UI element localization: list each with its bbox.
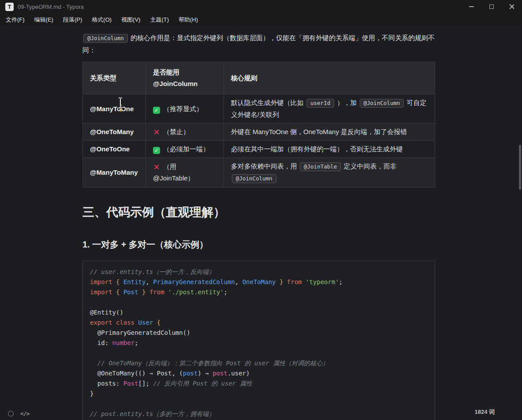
- flag-cell[interactable]: （推荐显式）: [145, 94, 224, 124]
- scrollbar-thumb[interactable]: [519, 145, 521, 190]
- code-line: // OneToMany（反向端）：第二个参数指向 Post 的 user 属性…: [90, 358, 428, 368]
- code-line: [90, 297, 428, 308]
- inline-code-chip: @JoinColumn: [83, 34, 128, 43]
- inline-code-chip: userId: [306, 99, 334, 108]
- code-line: import { Entity, PrimaryGeneratedColumn,…: [90, 277, 428, 287]
- flag-label: （推荐显式）: [163, 105, 203, 112]
- menu-bar: 文件(F) 编辑(E) 段落(P) 格式(O) 视图(V) 主题(T) 帮助(H…: [0, 13, 522, 26]
- relation-cell[interactable]: @ManyToMany: [83, 158, 146, 188]
- rule-cell[interactable]: 必须在其中一端加（拥有外键的一端），否则无法生成外键: [224, 141, 435, 158]
- joincolumn-rules-table: 关系类型 是否能用 @JoinColumn 核心规则 @ManyToOne （推…: [82, 62, 435, 188]
- typora-window: T 09-TypeORM.md - Typora 文件(F) 编辑(E) 段落(…: [0, 0, 522, 26]
- rule-cell[interactable]: 默认隐式生成外键（比如 userId ），加 @JoinColumn 可自定义外…: [224, 94, 435, 124]
- flag-cell[interactable]: （必须加一端）: [145, 141, 224, 158]
- menu-item-help[interactable]: 帮助(H): [174, 14, 203, 26]
- flag-label: （禁止）: [163, 128, 190, 135]
- table-row-onetomany: @OneToMany （禁止） 外键在 ManyToOne 侧，OneToMan…: [83, 124, 435, 141]
- code-line: @OneToMany(() ⇒ Post, (post) ⇒ post.user…: [90, 368, 428, 379]
- close-icon: [509, 4, 515, 9]
- relation-cell[interactable]: @OneToMany: [83, 124, 146, 141]
- code-block[interactable]: // user.entity.ts（一的一方，反向端）import { Enti…: [82, 261, 435, 420]
- inline-code-chip: @JoinTable: [300, 162, 341, 171]
- inline-code-chip: @JoinColumn: [360, 99, 404, 108]
- menu-item-edit[interactable]: 编辑(E): [30, 14, 58, 26]
- code-line: // user.entity.ts（一的一方，反向端）: [90, 267, 428, 277]
- close-button[interactable]: [502, 0, 522, 13]
- flag-label: （必须加一端）: [163, 145, 209, 153]
- inline-code-chip: @JoinColumn: [232, 174, 276, 183]
- header-line1: 是否能用: [153, 67, 216, 78]
- rule-cell[interactable]: 多对多依赖中间表，用 @JoinTable 定义中间表，而非 @JoinColu…: [224, 158, 435, 188]
- code-line: id: number;: [90, 338, 428, 348]
- header-core-rule[interactable]: 核心规则: [224, 62, 435, 94]
- menu-item-view[interactable]: 视图(V): [116, 14, 145, 26]
- source-code-mode-icon[interactable]: </>: [20, 410, 29, 417]
- table-row-onetoone: @OneToOne （必须加一端） 必须在其中一端加（拥有外键的一端），否则无法…: [83, 141, 435, 158]
- word-count: 1824 词: [474, 408, 495, 416]
- cross-icon: [153, 164, 160, 171]
- code-line: @PrimaryGeneratedColumn(): [90, 328, 428, 338]
- title-bar: T 09-TypeORM.md - Typora: [0, 0, 522, 13]
- menu-item-paragraph[interactable]: 段落(P): [58, 14, 87, 26]
- header-can-use-joincolumn[interactable]: 是否能用 @JoinColumn: [145, 62, 224, 94]
- flag-cell[interactable]: （用 @JoinTable）: [145, 158, 224, 188]
- header-relation-type[interactable]: 关系类型: [83, 62, 146, 94]
- table-row-manytoone: @ManyToOne （推荐显式） 默认隐式生成外键（比如 userId ），加…: [83, 94, 435, 124]
- menu-item-file[interactable]: 文件(F): [1, 14, 30, 26]
- code-line: // post.entity.ts（多的一方，拥有端）: [90, 409, 428, 419]
- cross-icon: [153, 129, 160, 136]
- minimize-icon: [469, 6, 474, 7]
- menu-item-theme[interactable]: 主题(T): [145, 14, 174, 26]
- window-title: 09-TypeORM.md - Typora: [18, 4, 84, 10]
- footer-left: </>: [8, 410, 29, 417]
- typora-logo-icon: T: [5, 3, 14, 11]
- code-line: posts: Post[]; // 反向引用 Post 的 user 属性: [90, 379, 428, 389]
- code-line: }: [90, 389, 428, 399]
- flag-cell[interactable]: （禁止）: [145, 124, 224, 141]
- maximize-icon: [489, 4, 494, 9]
- check-icon: [153, 107, 160, 114]
- code-line: [90, 399, 428, 409]
- header-line2: @JoinColumn: [153, 78, 216, 90]
- code-line: @Entity(): [90, 308, 428, 318]
- rule-cell[interactable]: 外键在 ManyToOne 侧，OneToMany 是反向端，加了会报错: [224, 124, 435, 141]
- check-icon: [153, 147, 160, 154]
- subsection-heading[interactable]: 1. 一对多 + 多对一（核心示例）: [82, 239, 435, 251]
- code-line: export class User {: [90, 318, 428, 328]
- table-header-row: 关系类型 是否能用 @JoinColumn 核心规则: [83, 62, 435, 94]
- code-line: [90, 348, 428, 358]
- intro-paragraph[interactable]: @JoinColumn 的核心作用是：显式指定外键列（数据库层面），仅能在「拥有…: [82, 32, 435, 56]
- window-controls: [461, 0, 522, 13]
- relation-cell[interactable]: @ManyToOne: [83, 94, 146, 124]
- relation-cell[interactable]: @OneToOne: [83, 141, 146, 158]
- menu-item-format[interactable]: 格式(O): [87, 14, 116, 26]
- code-line: import { Post } from './post.entity';: [90, 287, 428, 297]
- outline-toggle-icon[interactable]: [8, 411, 14, 416]
- maximize-button[interactable]: [481, 0, 502, 13]
- document: @JoinColumn 的核心作用是：显式指定外键列（数据库层面），仅能在「拥有…: [82, 26, 435, 420]
- minimize-button[interactable]: [461, 0, 481, 13]
- section-heading[interactable]: 三、代码示例（直观理解）: [82, 204, 435, 220]
- editor-area[interactable]: @JoinColumn 的核心作用是：显式指定外键列（数据库层面），仅能在「拥有…: [0, 26, 522, 420]
- table-row-manytomany: @ManyToMany （用 @JoinTable） 多对多依赖中间表，用 @J…: [83, 158, 435, 188]
